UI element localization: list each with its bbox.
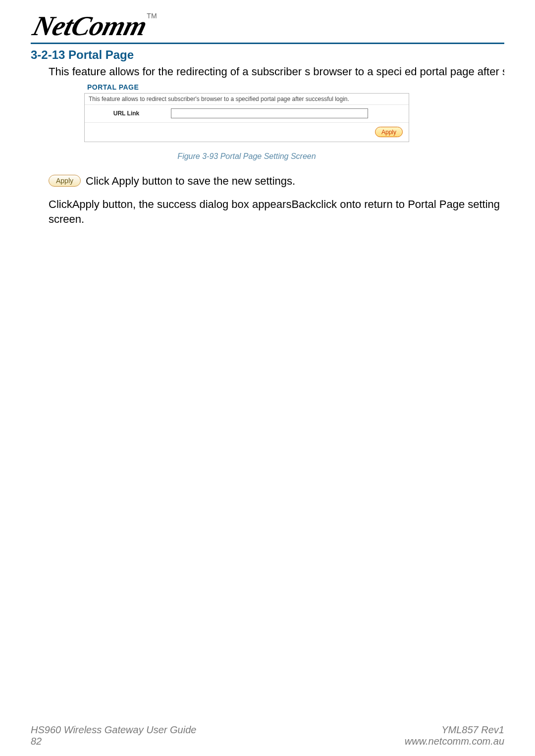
panel-title: PORTAL PAGE <box>84 83 409 91</box>
apply-button[interactable]: Apply <box>375 127 403 137</box>
text-apply: Apply button, the success dialog box app… <box>72 198 292 210</box>
apply-instruction-text: Click Apply button to save the new setti… <box>86 174 295 189</box>
page-footer: HS960 Wireless Gateway User Guide 82 YML… <box>31 724 504 747</box>
footer-url: www.netcomm.com.au <box>405 736 504 747</box>
footer-left: HS960 Wireless Gateway User Guide 82 <box>31 724 196 747</box>
url-link-label: URL Link <box>85 110 168 117</box>
section-title: 3-2-13 Portal Page <box>31 48 504 62</box>
apply-instruction-row: Apply Click Apply button to save the new… <box>49 174 504 189</box>
section-number: 3-2-13 <box>31 48 65 61</box>
footer-page-number: 82 <box>31 736 196 747</box>
intro-paragraph: This feature allows for the redirecting … <box>31 65 504 79</box>
inline-apply-button: Apply <box>49 175 81 187</box>
section-name: Portal Page <box>68 48 134 61</box>
header: NetCommTM <box>31 12 504 44</box>
text-click: Click <box>49 198 72 210</box>
url-input-cell <box>168 108 409 118</box>
url-link-input[interactable] <box>171 108 368 118</box>
portal-panel: This feature allows to redirect subscrib… <box>84 93 409 142</box>
panel-description: This feature allows to redirect subscrib… <box>85 94 409 105</box>
text-clickon: click on <box>316 198 352 210</box>
logo-text: NetComm <box>27 12 149 40</box>
footer-guide-title: HS960 Wireless Gateway User Guide <box>31 724 196 736</box>
url-row: URL Link <box>85 105 409 123</box>
footer-revision: YML857 Rev1 <box>405 724 504 736</box>
brand-logo: NetCommTM <box>31 12 504 40</box>
action-row: Apply <box>85 123 409 142</box>
body-block: Apply Click Apply button to save the new… <box>31 174 504 227</box>
footer-right: YML857 Rev1 www.netcomm.com.au <box>405 724 504 747</box>
header-divider <box>31 43 504 44</box>
back-instruction-text: ClickApply button, the success dialog bo… <box>49 197 504 226</box>
text-back: Back <box>291 198 316 210</box>
figure-caption: Figure 3-93 Portal Page Setting Screen <box>84 152 409 161</box>
figure-wrapper: PORTAL PAGE This feature allows to redir… <box>31 79 504 161</box>
page-container: NetCommTM 3-2-13 Portal Page This featur… <box>0 0 535 756</box>
portal-figure: PORTAL PAGE This feature allows to redir… <box>84 83 409 161</box>
